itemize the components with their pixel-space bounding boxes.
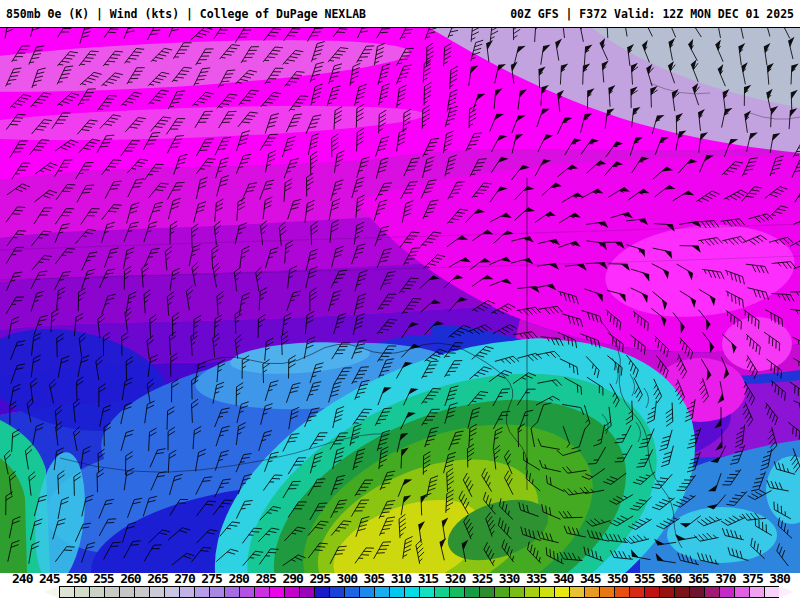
colorbar-cell (104, 586, 119, 598)
colorbar-cell (179, 586, 194, 598)
colorbar-cell (569, 586, 584, 598)
colorbar-label: 345 (580, 571, 600, 586)
colorbar-cell (344, 586, 359, 598)
colorbar-cell (119, 586, 134, 598)
colorbar-label: 255 (93, 571, 113, 586)
colorbar-label: 275 (201, 571, 221, 586)
colorbar-cell (464, 586, 479, 598)
colorbar-label: 360 (661, 571, 681, 586)
colorbar-label: 290 (282, 571, 302, 586)
colorbar-label: 325 (472, 571, 492, 586)
title-bar: 850mb Θe (K) | Wind (kts) | College of D… (0, 0, 800, 27)
colorbar-cell (584, 586, 599, 598)
colorbar-cell (74, 586, 89, 598)
colorbar-label: 350 (607, 571, 627, 586)
colorbar-cell (629, 586, 644, 598)
colorbar-cell (284, 586, 299, 598)
colorbar-cell (644, 586, 659, 598)
colorbar-label: 300 (337, 571, 357, 586)
colorbar-cell (494, 586, 509, 598)
colorbar-cell (614, 586, 629, 598)
colorbar-label: 245 (39, 571, 59, 586)
colorbar-cell (149, 586, 164, 598)
colorbar-label: 280 (228, 571, 248, 586)
colorbar-label: 295 (310, 571, 330, 586)
colorbar-cell (194, 586, 209, 598)
colorbar-cell (389, 586, 404, 598)
colorbar-cell (404, 586, 419, 598)
colorbar-cell (689, 586, 704, 598)
colorbar-label: 365 (688, 571, 708, 586)
colorbar-cell (599, 586, 614, 598)
colorbar-label: 240 (12, 571, 32, 586)
colorbar-cell (539, 586, 554, 598)
colorbar-label: 335 (526, 571, 546, 586)
colorbar-cell (239, 586, 254, 598)
colorbar-label: 320 (445, 571, 465, 586)
colorbar-cell (224, 586, 239, 598)
colorbar-cell (419, 586, 434, 598)
colorbar-cell (134, 586, 149, 598)
colorbar-cell (89, 586, 104, 598)
colorbar-cell (749, 586, 764, 598)
colorbar-cell (299, 586, 314, 598)
colorbar-cell (209, 586, 224, 598)
colorbar-label: 340 (553, 571, 573, 586)
colorbar-cell (554, 586, 569, 598)
colorbar-label: 285 (255, 571, 275, 586)
colorbar-label: 380 (769, 571, 789, 586)
colorbar-cell (719, 586, 734, 598)
weather-map (0, 27, 800, 572)
colorbar-label: 375 (742, 571, 762, 586)
colorbar-scale-labels: 2402452502552602652702752802852902953003… (12, 571, 790, 585)
colorbar-cell (674, 586, 689, 598)
colorbar-cell (314, 586, 329, 598)
model-run-info: 00Z GFS | F372 Valid: 12Z MON DEC 01 202… (510, 7, 800, 21)
colorbar (44, 586, 794, 598)
colorbar-label: 315 (418, 571, 438, 586)
colorbar-cell (59, 586, 74, 598)
colorbar-cell (359, 586, 374, 598)
colorbar-left-arrow (44, 586, 59, 598)
colorbar-label: 305 (364, 571, 384, 586)
product-title: 850mb Θe (K) | Wind (kts) | College of D… (0, 7, 366, 21)
colorbar-label: 250 (66, 571, 86, 586)
colorbar-cell (269, 586, 284, 598)
colorbar-label: 270 (174, 571, 194, 586)
colorbar-label: 260 (120, 571, 140, 586)
colorbar-cell (704, 586, 719, 598)
colorbar-cell (479, 586, 494, 598)
colorbar-cell (374, 586, 389, 598)
colorbar-label: 370 (715, 571, 735, 586)
colorbar-label: 355 (634, 571, 654, 586)
colorbar-cell (659, 586, 674, 598)
colorbar-cell (434, 586, 449, 598)
colorbar-cell (164, 586, 179, 598)
colorbar-right-arrow (779, 586, 794, 598)
colorbar-cell (734, 586, 749, 598)
theta-e-wind-map (0, 28, 800, 573)
colorbar-cell (254, 586, 269, 598)
colorbar-label: 310 (391, 571, 411, 586)
colorbar-label: 265 (147, 571, 167, 586)
colorbar-cell (764, 586, 779, 598)
colorbar-cell (524, 586, 539, 598)
colorbar-cell (509, 586, 524, 598)
colorbar-cell (449, 586, 464, 598)
colorbar-label: 330 (499, 571, 519, 586)
colorbar-cell (329, 586, 344, 598)
